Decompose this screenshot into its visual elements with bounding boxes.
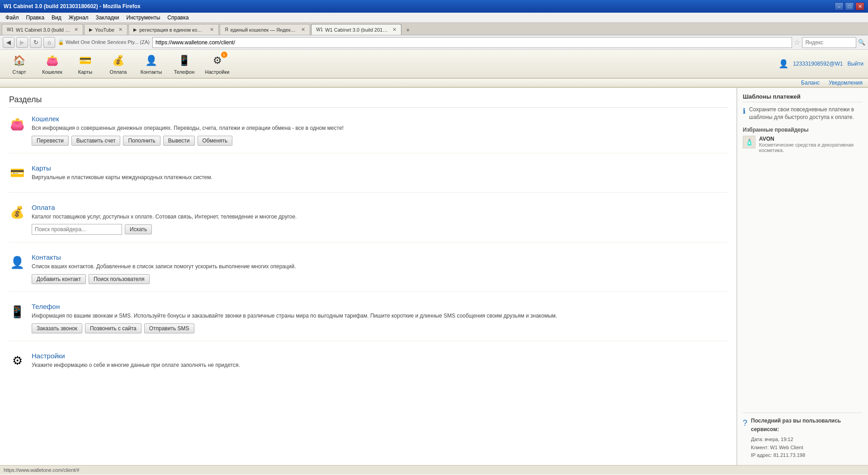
toolbar-wallet-button[interactable]: 👛 Кошелек <box>38 51 67 76</box>
tab-1-label: YouTube <box>95 27 114 33</box>
menu-tools[interactable]: Инструменты <box>123 14 164 22</box>
menu-help[interactable]: Справка <box>164 14 192 22</box>
tab-4-icon: W1 <box>316 27 323 32</box>
section-wallet-title[interactable]: Кошелек <box>32 115 59 123</box>
section-phone: 📱 Телефон Информация по вашим звонкам и … <box>9 303 727 341</box>
btn-call-site[interactable]: Позвонить с сайта <box>85 323 142 333</box>
footer-title: Последний раз вы пользовались сервисом: <box>751 417 863 434</box>
section-cards: 💳 Карты Виртуальные и пластиковые карты … <box>9 164 727 193</box>
minimize-button[interactable]: – <box>835 2 844 10</box>
footer-ip-row: IP адрес: 81.211.73.198 <box>751 451 863 460</box>
provider-avon[interactable]: 🧴 AVON Косметические средства и декорати… <box>743 136 863 153</box>
toolbar-contacts-wrap: 👤 Контакты <box>137 51 166 76</box>
toolbar-wallet-wrap: 👛 Кошелек <box>38 51 67 76</box>
toolbar-settings-button[interactable]: ⚙ 1 Настройки <box>203 51 232 76</box>
main-layout: Разделы 👛 Кошелек Вся информация о совер… <box>0 88 868 465</box>
provider-search-input[interactable] <box>32 224 122 235</box>
toolbar: 🏠 Старт 👛 Кошелек 💳 Карты 💰 Оплата 👤 Кон… <box>0 50 868 79</box>
close-button[interactable]: ✕ <box>855 2 864 10</box>
tab-0-icon: W1 <box>7 27 14 32</box>
section-wallet: 👛 Кошелек Вся информация о совершенных д… <box>9 115 727 153</box>
home-button[interactable]: ⌂ <box>43 37 55 48</box>
section-cards-title[interactable]: Карты <box>32 164 51 172</box>
provider-search-button[interactable]: Искать <box>125 224 152 234</box>
forward-button[interactable]: ▶ <box>16 37 28 48</box>
provider-search-row: Искать <box>32 224 727 235</box>
search-input[interactable] <box>802 37 856 48</box>
sidebar: Шаблоны платежей ℹ Сохраните свои повсед… <box>737 88 868 465</box>
tab-0[interactable]: W1 W1 Cabinet 3.0 (build 2013031… ✕ <box>2 24 83 35</box>
menu-bookmarks[interactable]: Закладки <box>92 14 123 22</box>
refresh-button[interactable]: ↻ <box>30 37 42 48</box>
nav-right: 🔍 <box>802 37 865 48</box>
wallet-label: Кошелек <box>42 69 62 75</box>
phone-icon: 📱 <box>177 53 192 68</box>
tab-2[interactable]: ▶ регистрация в едином кошельке виде... … <box>128 24 219 35</box>
menu-journal[interactable]: Журнал <box>65 14 92 22</box>
tab-4-label: W1 Cabinet 3.0 (build 2013031… <box>325 27 388 33</box>
settings-label: Настройки <box>205 69 230 75</box>
toolbar-cards-button[interactable]: 💳 Карты <box>71 51 100 76</box>
logout-button[interactable]: Выйти <box>847 61 863 67</box>
notifications-link[interactable]: Уведомления <box>829 80 863 86</box>
tab-3[interactable]: Я единый кошелек — Яндекс.Видео ✕ <box>220 24 310 35</box>
tab-1-close[interactable]: ✕ <box>118 27 123 33</box>
balance-link[interactable]: Баланс <box>801 80 820 86</box>
btn-topup[interactable]: Пополнить <box>123 136 160 146</box>
section-phone-body: Телефон Информация по вашим звонкам и SM… <box>32 303 727 333</box>
search-icon[interactable]: 🔍 <box>858 39 865 46</box>
btn-transfer[interactable]: Перевести <box>32 136 69 146</box>
btn-send-sms[interactable]: Отправить SMS <box>144 323 194 333</box>
payment-icon: 💰 <box>111 53 126 68</box>
section-cards-desc: Виртуальные и пластиковые карты междунар… <box>32 174 727 181</box>
section-contacts-title[interactable]: Контакты <box>32 253 61 261</box>
btn-invoice[interactable]: Выставить счет <box>71 136 121 146</box>
toolbar-payment-button[interactable]: 💰 Оплата <box>104 51 133 76</box>
menu-view[interactable]: Вид <box>48 14 65 22</box>
menu-file[interactable]: Файл <box>2 14 23 22</box>
toolbar-settings-wrap: ⚙ 1 Настройки <box>203 51 232 76</box>
user-name[interactable]: 123331908592@W1 <box>793 61 843 67</box>
back-button[interactable]: ◀ <box>3 37 14 48</box>
menubar: Файл Правка Вид Журнал Закладки Инструме… <box>0 13 868 23</box>
section-wallet-icon: 👛 <box>9 116 25 132</box>
btn-order-call[interactable]: Заказать звонок <box>32 323 82 333</box>
section-payment-title[interactable]: Оплата <box>32 204 55 211</box>
section-cards-icon: 💳 <box>9 165 25 181</box>
section-phone-title[interactable]: Телефон <box>32 303 60 310</box>
url-bar[interactable] <box>152 37 792 48</box>
window-titlebar: W1 Cabinet 3.0 (build 201303180602) - Mo… <box>0 0 868 13</box>
maximize-button[interactable]: □ <box>845 2 854 10</box>
templates-title: Шаблоны платежей <box>743 93 863 102</box>
toolbar-start-button[interactable]: 🏠 Старт <box>5 51 34 76</box>
content-area: Разделы 👛 Кошелек Вся информация о совер… <box>0 88 737 465</box>
btn-search-user[interactable]: Поиск пользователя <box>89 274 150 284</box>
toolbar-phone-button[interactable]: 📱 Телефон <box>170 51 199 76</box>
start-label: Старт <box>13 69 26 75</box>
bookmark-star-icon[interactable]: ☆ <box>794 38 800 47</box>
btn-exchange[interactable]: Обменять <box>198 136 233 146</box>
tab-2-close[interactable]: ✕ <box>210 27 214 33</box>
tab-4-close[interactable]: ✕ <box>392 27 396 33</box>
section-settings-title[interactable]: Настройки <box>32 352 65 360</box>
tab-3-icon: Я <box>225 27 228 32</box>
tab-3-close[interactable]: ✕ <box>301 27 305 33</box>
tab-0-close[interactable]: ✕ <box>74 27 78 33</box>
cards-icon: 💳 <box>78 53 93 68</box>
section-payment-body: Оплата Каталог поставщиков услуг, доступ… <box>32 204 727 235</box>
menu-edit[interactable]: Правка <box>23 14 48 22</box>
btn-add-contact[interactable]: Добавить контакт <box>32 274 86 284</box>
toolbar-contacts-button[interactable]: 👤 Контакты <box>137 51 166 76</box>
toolbar-phone-wrap: 📱 Телефон <box>170 51 199 76</box>
status-url: https://www.walletone.com/client/# <box>4 467 80 473</box>
window-title: W1 Cabinet 3.0 (build 201303180602) - Mo… <box>4 3 141 10</box>
section-phone-icon: 📱 <box>9 304 25 320</box>
payment-label: Оплата <box>110 69 127 75</box>
templates-info: ℹ Сохраните свои повседневные платежи в … <box>743 106 863 121</box>
btn-withdraw[interactable]: Вывести <box>163 136 195 146</box>
tab-4[interactable]: W1 W1 Cabinet 3.0 (build 2013031… ✕ <box>311 24 401 35</box>
new-tab-button[interactable]: + <box>402 25 413 35</box>
section-contacts-icon: 👤 <box>9 254 25 271</box>
tab-1[interactable]: ▶ YouTube ✕ <box>84 24 127 35</box>
contacts-label: Контакты <box>141 69 162 75</box>
